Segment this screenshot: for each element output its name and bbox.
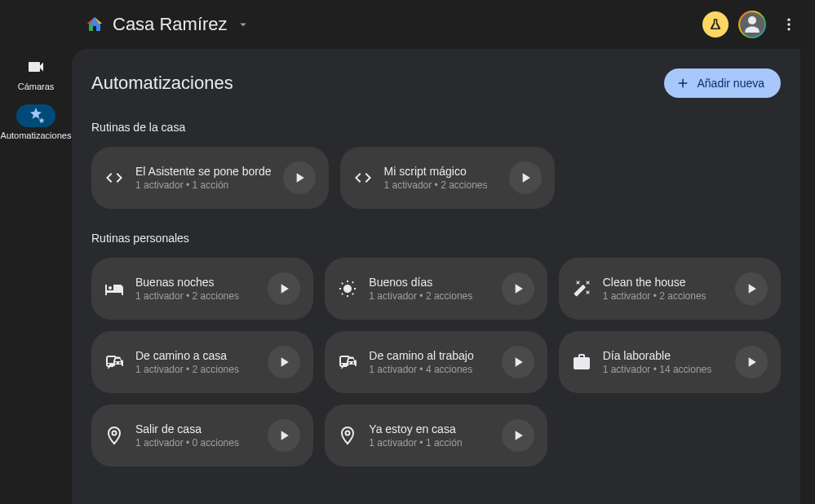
add-new-button[interactable]: Añadir nueva (664, 69, 781, 98)
card-text: Buenas noches 1 activador • 2 acciones (135, 276, 256, 302)
svg-point-0 (787, 19, 790, 21)
section-title-personal: Rutinas personales (91, 232, 781, 245)
sidebar-item-label: Automatizaciones (1, 130, 72, 140)
location-icon (104, 426, 124, 445)
routine-card[interactable]: Día laborable 1 activador • 14 acciones (559, 331, 781, 393)
wand-icon (572, 279, 591, 298)
business-icon (572, 352, 591, 372)
routine-card[interactable]: Mi script mágico 1 activador • 2 accione… (340, 147, 555, 209)
card-title: Día laborable (603, 349, 724, 362)
card-subtitle: 1 activador • 2 acciones (384, 179, 498, 191)
play-button[interactable] (502, 272, 534, 305)
svg-point-1 (787, 23, 790, 25)
card-text: Buenos días 1 activador • 2 acciones (369, 276, 489, 302)
play-button[interactable] (509, 161, 542, 194)
card-subtitle: 1 activador • 4 acciones (369, 364, 489, 375)
routine-card[interactable]: De camino al trabajo 1 activador • 4 acc… (325, 331, 547, 393)
play-icon (276, 281, 292, 297)
play-button[interactable] (283, 161, 316, 194)
play-icon (291, 170, 308, 186)
card-text: Mi script mágico 1 activador • 2 accione… (384, 165, 498, 191)
play-button[interactable] (502, 419, 534, 452)
more-vert-icon (781, 16, 797, 33)
card-title: De camino a casa (135, 349, 256, 362)
routine-card[interactable]: Clean the house 1 activador • 2 acciones (559, 258, 781, 320)
play-icon (510, 281, 526, 297)
code-icon (353, 168, 373, 188)
routine-card[interactable]: De camino a casa 1 activador • 2 accione… (91, 331, 313, 393)
play-icon (276, 427, 292, 444)
avatar[interactable] (738, 11, 766, 38)
card-subtitle: 1 activador • 2 acciones (135, 290, 256, 302)
card-title: Mi script mágico (384, 165, 498, 178)
card-subtitle: 1 activador • 14 acciones (603, 364, 724, 375)
play-icon (743, 281, 760, 297)
sidebar-item-cameras[interactable]: Cámaras (0, 55, 72, 91)
routine-card[interactable]: Buenas noches 1 activador • 2 acciones (91, 258, 313, 320)
personal-routines-grid: Buenas noches 1 activador • 2 acciones B… (91, 258, 781, 466)
card-subtitle: 1 activador • 2 acciones (135, 364, 256, 375)
card-text: Salir de casa 1 activador • 0 acciones (135, 422, 256, 449)
card-text: Ya estoy en casa 1 activador • 1 acción (369, 422, 489, 449)
play-icon (276, 354, 292, 370)
main-content: Automatizaciones Añadir nueva Rutinas de… (72, 49, 800, 504)
card-title: Clean the house (603, 276, 724, 289)
page-title: Automatizaciones (91, 73, 664, 94)
play-icon (510, 354, 526, 370)
google-home-logo-icon (85, 15, 104, 34)
play-icon (510, 427, 526, 444)
svg-point-2 (787, 28, 790, 30)
house-name[interactable]: Casa Ramírez (113, 14, 228, 35)
card-title: Ya estoy en casa (369, 422, 489, 435)
camera-icon (26, 57, 46, 77)
sidebar-item-automations[interactable]: Automatizaciones (0, 104, 72, 140)
commute-icon (338, 352, 357, 372)
house-routines-grid: El Asistente se pone borde 1 activador •… (91, 147, 781, 209)
play-button[interactable] (268, 346, 300, 378)
experiment-button[interactable] (702, 11, 729, 38)
play-icon (517, 170, 534, 186)
commute-icon (104, 352, 124, 372)
location-icon (338, 426, 357, 445)
routine-card[interactable]: Salir de casa 1 activador • 0 acciones (91, 405, 313, 466)
play-button[interactable] (268, 419, 300, 452)
automation-icon (26, 106, 46, 126)
card-text: Clean the house 1 activador • 2 acciones (603, 276, 724, 302)
play-button[interactable] (735, 272, 768, 305)
sidebar-item-label: Cámaras (18, 82, 55, 91)
card-title: Salir de casa (135, 422, 256, 435)
routine-card[interactable]: Ya estoy en casa 1 activador • 1 acción (325, 405, 547, 466)
more-menu-button[interactable] (776, 11, 802, 38)
plus-icon (675, 76, 690, 91)
card-subtitle: 1 activador • 1 acción (369, 437, 489, 449)
card-title: El Asistente se pone borde (135, 165, 272, 178)
play-button[interactable] (268, 272, 300, 305)
card-title: De camino al trabajo (369, 349, 489, 362)
card-subtitle: 1 activador • 2 acciones (603, 290, 724, 302)
card-text: El Asistente se pone borde 1 activador •… (135, 165, 272, 191)
chevron-down-icon[interactable] (236, 17, 250, 32)
card-title: Buenas noches (135, 276, 256, 289)
sidebar: Cámaras Automatizaciones (0, 49, 72, 504)
card-text: Día laborable 1 activador • 14 acciones (603, 349, 724, 375)
card-title: Buenos días (369, 276, 489, 289)
card-subtitle: 1 activador • 2 acciones (369, 290, 489, 302)
bed-icon (104, 279, 124, 298)
sun-icon (338, 279, 357, 298)
routine-card[interactable]: Buenos días 1 activador • 2 acciones (325, 258, 547, 320)
flask-icon (708, 17, 723, 32)
code-icon (104, 168, 124, 188)
card-text: De camino a casa 1 activador • 2 accione… (135, 349, 256, 375)
play-icon (743, 354, 760, 370)
card-text: De camino al trabajo 1 activador • 4 acc… (369, 349, 489, 375)
add-button-label: Añadir nueva (697, 77, 764, 90)
section-title-house: Rutinas de la casa (91, 121, 781, 134)
routine-card[interactable]: El Asistente se pone borde 1 activador •… (91, 147, 329, 209)
card-subtitle: 1 activador • 1 acción (135, 179, 272, 191)
play-button[interactable] (735, 346, 768, 378)
header: Casa Ramírez (0, 0, 815, 49)
card-subtitle: 1 activador • 0 acciones (135, 437, 256, 449)
play-button[interactable] (502, 346, 534, 378)
